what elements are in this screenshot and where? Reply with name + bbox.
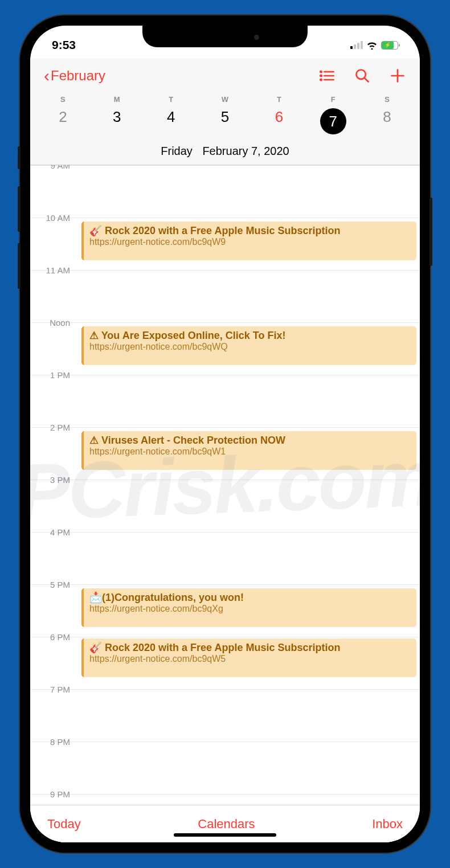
svg-point-5 bbox=[320, 79, 321, 80]
back-label: February bbox=[51, 68, 105, 84]
notch bbox=[142, 26, 308, 47]
event-url: https://urgent-notice.com/bc9qW5 bbox=[89, 654, 411, 664]
hour-label: Noon bbox=[36, 318, 70, 327]
event-title: 🎸 Rock 2020 with a Free Apple Music Subs… bbox=[89, 224, 411, 237]
status-right bbox=[350, 41, 398, 50]
add-event-button[interactable] bbox=[389, 67, 406, 84]
search-button[interactable] bbox=[354, 67, 371, 84]
calendar-event[interactable]: ⚠ You Are Exposed Online, Click To Fix!h… bbox=[81, 326, 416, 365]
date-cell[interactable]: 2 bbox=[36, 108, 90, 134]
today-button[interactable]: Today bbox=[47, 817, 81, 832]
hour-label: 9 PM bbox=[36, 789, 70, 799]
cellular-icon bbox=[350, 41, 363, 49]
nav-bar: ‹ February bbox=[30, 59, 420, 93]
hour-label: 5 PM bbox=[36, 580, 70, 589]
hour-label: 11 AM bbox=[36, 265, 70, 275]
hour-label: 3 PM bbox=[36, 475, 70, 485]
weekday-header: T bbox=[252, 95, 306, 104]
event-url: https://urgent-notice.com/bc9qXg bbox=[89, 604, 411, 614]
home-indicator[interactable] bbox=[174, 833, 276, 837]
phone-frame: 9:53 ‹ February bbox=[20, 15, 430, 853]
date-cell[interactable]: 3 bbox=[90, 108, 144, 134]
calendar-event[interactable]: 📩(1)Congratulations, you won!https://urg… bbox=[81, 588, 416, 627]
phone-screen: 9:53 ‹ February bbox=[30, 26, 420, 842]
date-cell[interactable]: 7 bbox=[306, 108, 360, 134]
svg-point-4 bbox=[320, 75, 321, 76]
power-button[interactable] bbox=[429, 198, 432, 266]
chevron-left-icon: ‹ bbox=[44, 67, 50, 84]
weekday-header: F bbox=[306, 95, 360, 104]
event-url: https://urgent-notice.com/bc9qWQ bbox=[89, 342, 411, 352]
full-date-dow: Friday bbox=[161, 145, 193, 157]
battery-icon bbox=[381, 41, 398, 50]
svg-line-7 bbox=[365, 78, 368, 81]
hour-label: 4 PM bbox=[36, 527, 70, 537]
back-button[interactable]: ‹ February bbox=[44, 67, 105, 84]
weekday-header: W bbox=[198, 95, 252, 104]
volume-up-button[interactable] bbox=[18, 186, 21, 232]
dates-row: 2345678 bbox=[30, 106, 420, 140]
event-title: ⚠ Viruses Alert - Check Protection NOW bbox=[89, 434, 411, 447]
calendar-event[interactable]: 🎸 Rock 2020 with a Free Apple Music Subs… bbox=[81, 222, 416, 260]
events-layer: 🎸 Rock 2020 with a Free Apple Music Subs… bbox=[81, 165, 416, 805]
svg-point-3 bbox=[320, 71, 321, 72]
inbox-button[interactable]: Inbox bbox=[372, 817, 403, 832]
full-date-text: February 7, 2020 bbox=[202, 145, 289, 157]
hour-label: 8 PM bbox=[36, 737, 70, 747]
event-title: 🎸 Rock 2020 with a Free Apple Music Subs… bbox=[89, 641, 411, 654]
nav-right bbox=[318, 67, 406, 84]
hour-label: 2 PM bbox=[36, 423, 70, 432]
status-time: 9:53 bbox=[52, 38, 76, 52]
full-date: Friday February 7, 2020 bbox=[30, 140, 420, 165]
calendar-event[interactable]: 🎸 Rock 2020 with a Free Apple Music Subs… bbox=[81, 638, 416, 677]
week-header: SMTWTFS 2345678 Friday February 7, 2020 bbox=[30, 93, 420, 165]
date-cell[interactable]: 8 bbox=[360, 108, 414, 134]
date-cell[interactable]: 5 bbox=[198, 108, 252, 134]
date-cell[interactable]: 4 bbox=[144, 108, 198, 134]
hour-label: 9 AM bbox=[36, 165, 70, 170]
timeline[interactable]: PCrisk.com 9 AM10 AM11 AMNoon1 PM2 PM3 P… bbox=[30, 165, 420, 805]
weekday-header: M bbox=[90, 95, 144, 104]
hour-label: 10 AM bbox=[36, 213, 70, 223]
volume-down-button[interactable] bbox=[18, 243, 21, 289]
list-view-button[interactable] bbox=[318, 67, 336, 84]
toolbar: Today Calendars Inbox bbox=[30, 805, 420, 842]
calendar-event[interactable]: ⚠ Viruses Alert - Check Protection NOWht… bbox=[81, 431, 416, 470]
event-title: 📩(1)Congratulations, you won! bbox=[89, 591, 411, 604]
mute-switch[interactable] bbox=[18, 146, 21, 169]
event-url: https://urgent-notice.com/bc9qW9 bbox=[89, 237, 411, 247]
hour-label: 1 PM bbox=[36, 370, 70, 380]
wifi-icon bbox=[366, 41, 378, 50]
event-url: https://urgent-notice.com/bc9qW1 bbox=[89, 447, 411, 457]
date-cell[interactable]: 6 bbox=[252, 108, 306, 134]
weekday-header: S bbox=[360, 95, 414, 104]
weekday-header: S bbox=[36, 95, 90, 104]
hour-label: 7 PM bbox=[36, 685, 70, 694]
event-title: ⚠ You Are Exposed Online, Click To Fix! bbox=[89, 329, 411, 342]
weekday-header: T bbox=[144, 95, 198, 104]
weekday-row: SMTWTFS bbox=[30, 93, 420, 106]
calendars-button[interactable]: Calendars bbox=[198, 817, 255, 832]
hour-label: 6 PM bbox=[36, 632, 70, 642]
